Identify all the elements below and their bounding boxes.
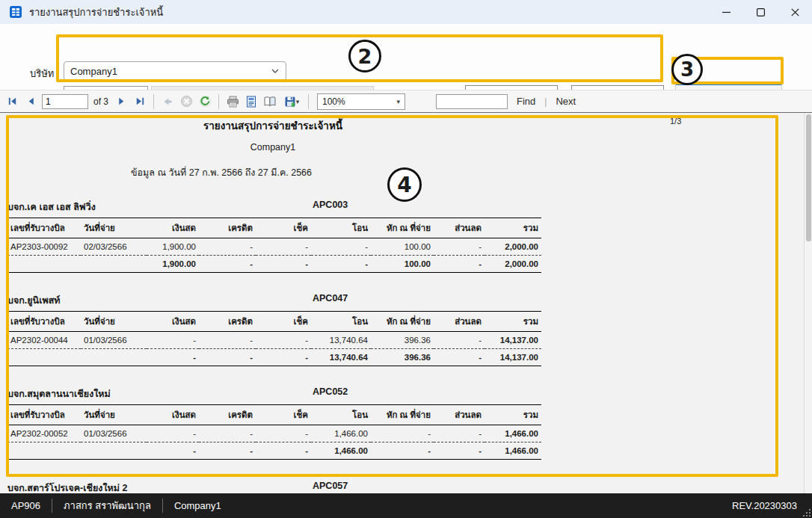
maximize-button[interactable] [743, 0, 778, 24]
back-arrow-icon [162, 96, 173, 108]
chevron-down-icon [271, 68, 280, 74]
current-user: ภาสกร สราพัฒนากุล [52, 498, 162, 514]
col-pay-date: วันที่จ่าย [81, 218, 147, 238]
resize-grip[interactable] [803, 509, 811, 517]
totals-row: - - - 1,466.00 - - 1,466.00 [7, 443, 541, 460]
report-section: บจก.เค เอส เอส ลิฟวิ่ง APC003 เลขที่รับว… [7, 200, 543, 273]
maximize-icon [757, 8, 765, 16]
vendor-name: บจก.ยูนิเพสท์ [7, 295, 61, 306]
toolbar-separator [218, 94, 219, 109]
page-setup-icon [263, 96, 277, 108]
filter-panel: บริษัท Company1 เจ้าหนี้ วันที่จ่ายชำระ … [0, 24, 812, 90]
vendor-code: APC003 [313, 200, 348, 210]
col-cash: เงินสด [147, 218, 199, 238]
zoom-select[interactable]: 100% ▾ [317, 93, 405, 110]
current-company: Company1 [163, 500, 233, 511]
print-icon [227, 96, 239, 108]
company-select-value: Company1 [70, 66, 117, 77]
refresh-button[interactable] [197, 94, 212, 109]
minimize-button[interactable] [709, 0, 743, 24]
col-transfer: โอน [311, 218, 371, 238]
table-row: AP2303-00092 02/03/2566 1,900.00 - - - 1… [7, 238, 541, 256]
payment-table: เลขที่รับวางบิล วันที่จ่าย เงินสด เครดิต… [7, 404, 541, 460]
print-layout-icon [245, 96, 257, 108]
table-row: AP2302-00044 01/03/2566 - - - 13,740.64 … [7, 332, 541, 349]
vendor-code: APC047 [313, 293, 348, 303]
company-select[interactable]: Company1 [64, 61, 286, 81]
col-credit: เครดิต [199, 218, 256, 238]
minimize-icon [722, 8, 731, 16]
stop-icon [180, 95, 193, 108]
col-total: รวม [485, 218, 541, 238]
back-to-parent-button[interactable] [160, 94, 175, 109]
toolbar-separator [308, 94, 309, 109]
totals-row: 1,900.00 - - - 100.00 - 2,000.00 [7, 256, 541, 273]
vertical-scrollbar[interactable] [804, 113, 812, 493]
first-page-icon [7, 96, 18, 107]
chevron-down-icon: ▾ [396, 98, 400, 105]
prev-page-icon [25, 96, 37, 107]
page-number-input[interactable] [42, 94, 88, 109]
totals-row: - - - 13,740.64 396.36 - 14,137.00 [7, 349, 541, 366]
vendor-name: บจก.เค เอส เอส ลิฟวิ่ง [7, 202, 96, 212]
scrollbar-thumb[interactable] [806, 114, 811, 241]
toolbar-separator [153, 94, 154, 109]
find-next-button[interactable]: Next [556, 96, 576, 107]
zoom-value: 100% [322, 96, 345, 107]
report-section: บจก.ยูนิเพสท์ APC047 เลขที่รับวางบิล วัน… [7, 293, 543, 366]
table-header-row: เลขที่รับวางบิล วันที่จ่าย เงินสด เครดิต… [7, 312, 541, 332]
page-setup-button[interactable] [262, 94, 277, 109]
last-page-icon [135, 96, 146, 107]
next-page-button[interactable] [114, 94, 129, 109]
find-text-input[interactable] [436, 94, 508, 109]
report-date-range: ข้อมูล ณ วันที่ 27 ก.พ. 2566 ถึง 27 มี.ค… [131, 165, 312, 180]
report-section: บจก.สมุดลานนาเชียงใหม่ APC052 เลขที่รับว… [7, 386, 543, 460]
report-company: Company1 [0, 142, 546, 152]
close-button[interactable] [778, 0, 812, 24]
col-bill-no: เลขที่รับวางบิล [7, 218, 81, 238]
report-section: บจก.สตาร์โปรเจค-เชียงใหม่ 2 APC057 [7, 481, 543, 493]
col-cheque: เช็ค [256, 218, 311, 238]
report-viewer-toolbar: of 3 ▾ 100% ▾ Find | Next [0, 90, 812, 112]
company-label: บริษัท [30, 66, 54, 81]
table-header-row: เลขที่รับวางบิล วันที่จ่าย เงินสด เครดิต… [7, 218, 541, 238]
revision-label: REV.20230303 [732, 500, 812, 511]
page-count-label: of 3 [93, 96, 108, 107]
export-button[interactable]: ▾ [281, 94, 302, 109]
titlebar: รายงานสรุปการจ่ายชำระเจ้าหนี้ [0, 0, 812, 24]
report-title: รายงานสรุปการจ่ายชำระเจ้าหนี้ [0, 117, 546, 134]
vendor-code: APC052 [313, 386, 348, 397]
app-icon [9, 5, 22, 19]
print-button[interactable] [225, 94, 240, 109]
report-page-indicator: 1/3 [670, 117, 681, 126]
next-page-icon [116, 96, 127, 107]
chevron-down-icon[interactable]: ▾ [296, 98, 300, 105]
vendor-code: APC057 [313, 481, 348, 491]
payment-table: เลขที่รับวางบิล วันที่จ่าย เงินสด เครดิต… [7, 218, 541, 273]
vendor-name: บจก.สตาร์โปรเจค-เชียงใหม่ 2 [7, 483, 127, 493]
prev-page-button[interactable] [23, 94, 38, 109]
last-page-button[interactable] [132, 94, 147, 109]
report-page: รายงานสรุปการจ่ายชำระเจ้าหนี้ 1/3 Compan… [0, 112, 812, 493]
first-page-button[interactable] [4, 94, 19, 109]
find-button[interactable]: Find [517, 96, 535, 107]
close-icon [791, 8, 799, 16]
col-discount: ส่วนลด [434, 218, 485, 238]
print-layout-button[interactable] [244, 94, 259, 109]
payment-table: เลขที่รับวางบิล วันที่จ่าย เงินสด เครดิต… [7, 311, 541, 366]
find-next-divider: | [544, 96, 547, 107]
statusbar: AP906 ภาสกร สราพัฒนากุล Company1 REV.202… [0, 493, 812, 518]
stop-rendering-button[interactable] [179, 94, 194, 109]
report-code: AP906 [0, 500, 52, 511]
export-save-icon [284, 96, 296, 108]
col-withholding: หัก ณ ที่จ่าย [371, 218, 434, 238]
refresh-icon [199, 95, 212, 108]
vendor-name: บจก.สมุดลานนาเชียงใหม่ [7, 389, 111, 399]
window-title: รายงานสรุปการจ่ายชำระเจ้าหนี้ [29, 4, 163, 20]
table-row: AP2302-00052 01/03/2566 - - - 1,466.00 -… [7, 425, 541, 443]
table-header-row: เลขที่รับวางบิล วันที่จ่าย เงินสด เครดิต… [7, 405, 541, 425]
